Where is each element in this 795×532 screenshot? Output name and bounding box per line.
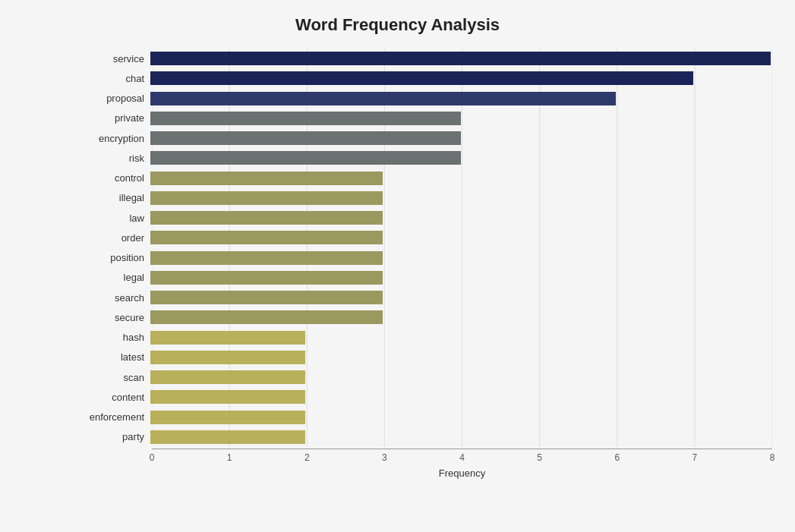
- bar-label: private: [84, 112, 150, 124]
- bar-label: enforcement: [84, 411, 150, 423]
- bar-fill: [150, 331, 305, 345]
- bars-container: servicechatproposalprivateencryptionrisk…: [152, 49, 772, 447]
- bar-fill: [150, 151, 461, 165]
- x-axis-label: Frequency: [152, 467, 772, 479]
- bar-row: encryption: [152, 128, 772, 148]
- bar-label: hash: [84, 332, 150, 343]
- x-ticks-container: 012345678: [152, 449, 772, 466]
- bar-row: control: [152, 168, 772, 188]
- x-tick-label: 3: [382, 452, 387, 463]
- bar-label: content: [84, 392, 150, 403]
- bar-row: law: [152, 208, 772, 228]
- bar-row: search: [152, 288, 772, 307]
- bar-row: order: [152, 228, 772, 247]
- x-tick-label: 4: [459, 452, 465, 463]
- bar-label: search: [84, 292, 150, 304]
- bar-fill: [150, 271, 383, 285]
- bar-row: scan: [152, 367, 772, 387]
- bar-label: legal: [84, 272, 150, 283]
- bar-label: risk: [84, 153, 150, 164]
- bar-row: secure: [152, 307, 772, 327]
- bar-row: latest: [152, 348, 772, 367]
- x-tick-label: 8: [770, 452, 775, 463]
- bar-row: service: [152, 49, 772, 68]
- bar-row: position: [152, 248, 772, 268]
- x-tick-label: 5: [537, 452, 542, 463]
- bar-label: control: [84, 172, 150, 184]
- bar-row: party: [152, 427, 772, 447]
- bar-fill: [150, 52, 771, 65]
- bar-label: position: [84, 252, 150, 263]
- bar-fill: [150, 291, 383, 304]
- bar-label: order: [84, 232, 150, 244]
- bar-row: risk: [152, 148, 772, 168]
- bar-fill: [150, 71, 693, 85]
- bar-label: encryption: [84, 133, 150, 144]
- bar-row: enforcement: [152, 408, 772, 427]
- bar-row: content: [152, 387, 772, 407]
- x-tick-label: 7: [692, 452, 698, 463]
- x-tick-label: 1: [227, 452, 232, 463]
- bar-row: proposal: [152, 89, 772, 109]
- bar-fill: [150, 251, 383, 265]
- bar-row: hash: [152, 328, 772, 348]
- bar-fill: [150, 131, 461, 145]
- bar-label: service: [84, 53, 150, 65]
- bar-fill: [150, 351, 305, 364]
- bar-fill: [150, 191, 383, 205]
- bar-row: private: [152, 109, 772, 128]
- bar-row: illegal: [152, 188, 772, 208]
- bar-label: proposal: [84, 93, 150, 104]
- bar-fill: [150, 411, 305, 424]
- x-axis: 012345678 Frequency: [152, 449, 772, 482]
- bar-label: law: [84, 212, 150, 224]
- x-tick-label: 0: [150, 452, 155, 463]
- bar-label: scan: [84, 372, 150, 383]
- bar-label: chat: [84, 73, 150, 84]
- bar-fill: [150, 92, 616, 105]
- bar-fill: [150, 390, 305, 404]
- bar-fill: [150, 112, 461, 125]
- bar-row: chat: [152, 68, 772, 88]
- bar-fill: [150, 310, 383, 324]
- chart-container: Word Frequency Analysis servicechatpropo…: [0, 0, 795, 532]
- bar-fill: [150, 370, 305, 384]
- bar-label: latest: [84, 351, 150, 363]
- bar-fill: [150, 211, 383, 225]
- x-tick-label: 2: [304, 452, 310, 463]
- bar-label: party: [84, 431, 150, 442]
- bar-label: secure: [84, 312, 150, 323]
- chart-title: Word Frequency Analysis: [23, 15, 772, 35]
- bar-fill: [150, 430, 305, 444]
- x-tick-label: 6: [614, 452, 620, 463]
- bar-fill: [150, 172, 383, 185]
- bar-label: illegal: [84, 192, 150, 203]
- bar-fill: [150, 231, 383, 244]
- chart-plot-area: servicechatproposalprivateencryptionrisk…: [152, 49, 772, 447]
- bar-row: legal: [152, 268, 772, 288]
